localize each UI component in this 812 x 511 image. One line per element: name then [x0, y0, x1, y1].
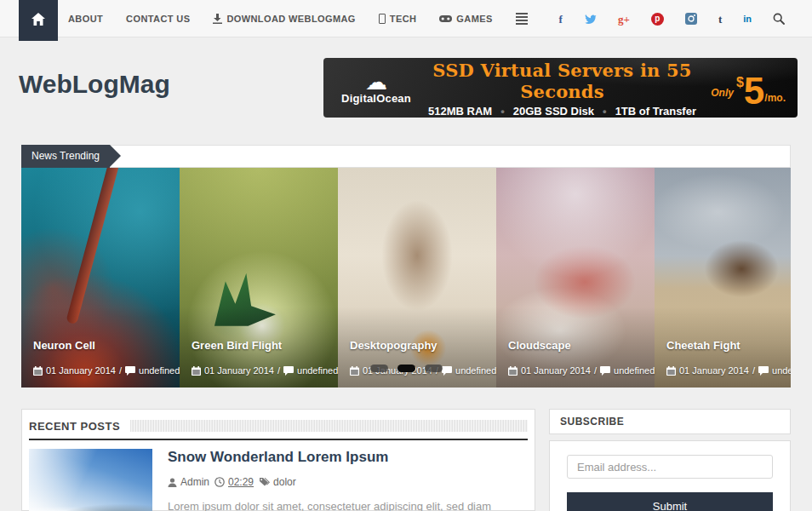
news-trending-bar: News Trending: [21, 145, 791, 168]
trending-post-title[interactable]: Neuron Cell: [33, 339, 95, 352]
trending-post-title[interactable]: Desktopography: [350, 339, 437, 352]
heading-rule: [29, 439, 528, 440]
trending-card-neuron-cell[interactable]: Neuron Cell 01 January 2014 / undefined: [21, 168, 180, 388]
clock-icon: [214, 477, 225, 487]
trending-card-green-bird-flight[interactable]: Green Bird Flight 01 January 2014 / unde…: [180, 168, 338, 388]
post-tag-link[interactable]: dolor: [273, 476, 296, 488]
carousel-dot[interactable]: [370, 365, 388, 372]
recent-posts-heading: RECENT POSTS: [29, 420, 120, 433]
submit-button[interactable]: Submit: [567, 492, 773, 511]
search-icon[interactable]: [773, 13, 785, 25]
ad-price: Only $ 5 /mo.: [707, 66, 786, 109]
gamepad-icon: [439, 14, 452, 23]
digitalocean-brand: DigitalOcean: [335, 92, 417, 105]
post-tag-group: dolor: [259, 476, 296, 488]
nav-item-label: DOWNLOAD WEBLOGMAG: [226, 14, 355, 24]
nav-item-download-weblogmag[interactable]: DOWNLOAD WEBLOGMAG: [213, 14, 355, 24]
ad-price-suffix: /mo.: [764, 92, 786, 104]
trending-card-cloudscape[interactable]: Cloudscape 01 January 2014 / undefined: [496, 168, 655, 388]
post-item: Snow Wonderland Lorem Ipsum Admin 02:29 …: [29, 449, 528, 511]
ad-spec: 20GB SSD Disk: [492, 105, 594, 118]
site-logo[interactable]: WebLogMag: [19, 70, 170, 99]
post-time-group: 02:29: [214, 476, 254, 488]
cloud-icon: ☁: [335, 72, 417, 92]
trending-post-title[interactable]: Cloudscape: [508, 339, 571, 352]
subscribe-heading-panel: SUBSCRIBE: [549, 409, 791, 434]
trending-post-title[interactable]: Green Bird Flight: [192, 339, 282, 352]
nav-item-tech[interactable]: TECH: [379, 14, 417, 24]
ad-price-value: 5: [744, 73, 764, 109]
post-title[interactable]: Snow Wonderland Lorem Ipsum: [168, 449, 528, 466]
carousel-dot-active[interactable]: [397, 365, 415, 372]
ad-headline: SSD Virtual Servers in 55 Seconds: [417, 60, 707, 102]
post-body: Snow Wonderland Lorem Ipsum Admin 02:29 …: [168, 449, 528, 511]
facebook-icon[interactable]: f: [559, 14, 563, 25]
recent-posts-panel: RECENT POSTS Snow Wonderland Lorem Ipsum…: [21, 409, 535, 511]
nav-item-label: TECH: [390, 14, 417, 24]
nav-item-games[interactable]: GAMES: [439, 14, 492, 24]
home-icon: [31, 13, 45, 29]
post-author: Admin: [180, 476, 209, 488]
news-trending-label: News Trending: [21, 145, 110, 168]
home-button[interactable]: [19, 0, 58, 41]
list-menu-icon[interactable]: [516, 13, 528, 25]
subscribe-form-panel: Submit: [549, 440, 791, 511]
post-time-link[interactable]: 02:29: [228, 476, 254, 488]
linkedin-icon[interactable]: in: [743, 14, 752, 24]
email-input[interactable]: [567, 455, 773, 479]
download-icon: [213, 14, 222, 24]
trending-card-cheetah-fight[interactable]: Cheetah Fight 01 January 2014 / undefine…: [655, 168, 791, 388]
post-author-group: Admin: [168, 476, 209, 488]
ad-spec: 1TB of Transfer: [594, 105, 696, 118]
nav-item-label: CONTACT US: [126, 14, 190, 24]
nav-item-label: ABOUT: [68, 14, 103, 24]
heading-stripes-decoration: [130, 420, 528, 432]
nav-item-label: GAMES: [456, 14, 492, 24]
post-excerpt: Lorem ipsum dolor sit amet, consectetuer…: [168, 499, 528, 511]
ad-specs: 512MB RAM20GB SSD Disk1TB of Transfer: [417, 105, 707, 118]
top-navbar: ABOUT CONTACT US DOWNLOAD WEBLOGMAG TECH…: [0, 0, 812, 37]
ad-price-prefix: Only: [711, 87, 734, 99]
nav-menu: ABOUT CONTACT US DOWNLOAD WEBLOGMAG TECH…: [68, 0, 528, 37]
tags-icon: [259, 477, 270, 487]
carousel-dot[interactable]: [425, 365, 443, 372]
digitalocean-logo: ☁ DigitalOcean: [335, 72, 417, 105]
trending-carousel: Neuron Cell 01 January 2014 / undefined …: [21, 168, 791, 388]
post-meta: Admin 02:29 dolor: [168, 476, 528, 488]
site-header: WebLogMag ☁ DigitalOcean SSD Virtual Ser…: [0, 37, 812, 145]
instagram-icon[interactable]: [685, 13, 697, 25]
post-thumbnail[interactable]: [29, 449, 152, 511]
pinterest-icon[interactable]: p: [651, 13, 664, 26]
social-links: f g+ p t in: [559, 0, 785, 37]
tumblr-icon[interactable]: t: [718, 14, 722, 25]
nav-item-contact-us[interactable]: CONTACT US: [126, 14, 190, 24]
user-icon: [168, 478, 177, 487]
recent-posts-header: RECENT POSTS: [29, 416, 528, 435]
ad-banner-text: SSD Virtual Servers in 55 Seconds 512MB …: [417, 58, 707, 118]
trending-card-desktopography[interactable]: Desktopography 01 January 2014 / undefin…: [338, 168, 496, 388]
subscribe-heading: SUBSCRIBE: [560, 416, 624, 428]
carousel-dots: [21, 365, 791, 372]
google-plus-icon[interactable]: g+: [618, 14, 630, 25]
trending-post-title[interactable]: Cheetah Fight: [666, 339, 741, 352]
digitalocean-ad-banner[interactable]: ☁ DigitalOcean SSD Virtual Servers in 55…: [323, 58, 798, 118]
tablet-icon: [379, 14, 386, 24]
twitter-icon[interactable]: [584, 14, 597, 25]
ad-price-currency: $: [736, 75, 744, 90]
nav-item-about[interactable]: ABOUT: [68, 14, 103, 24]
ad-spec: 512MB RAM: [428, 105, 492, 118]
